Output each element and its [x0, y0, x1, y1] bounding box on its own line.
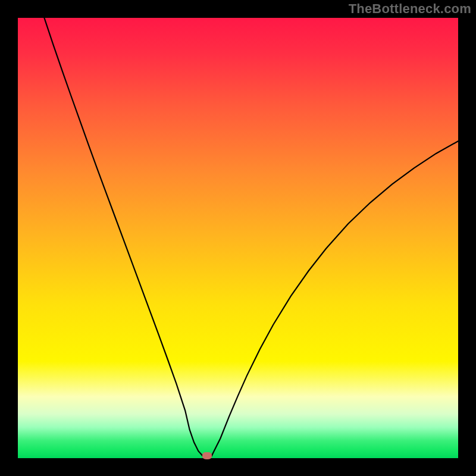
bottleneck-curve — [18, 18, 458, 458]
optimum-marker — [202, 452, 212, 459]
plot-area — [18, 18, 458, 458]
attribution-label: TheBottleneck.com — [349, 1, 471, 17]
chart-container: TheBottleneck.com — [0, 0, 476, 476]
